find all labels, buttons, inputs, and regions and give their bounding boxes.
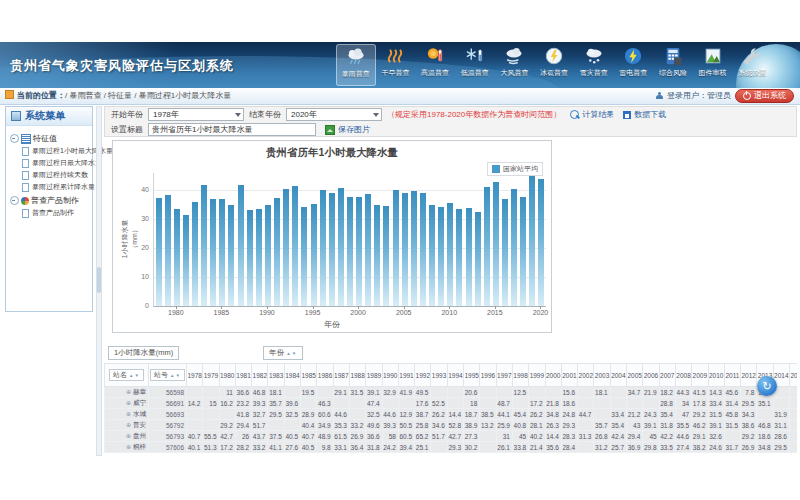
breadcrumb[interactable]: / 暴雨普查 / 特征量 / 暴雨过程1小时最大降水量: [65, 91, 231, 100]
data-download-button[interactable]: 数据下载: [623, 109, 666, 120]
calc-result-button[interactable]: 计算结果: [570, 109, 614, 120]
bar-1980[interactable]: [174, 209, 180, 306]
year-header-1980[interactable]: 1980: [219, 364, 235, 387]
bar-2001[interactable]: [365, 194, 371, 306]
year-header-1987[interactable]: 1987: [333, 364, 349, 387]
bar-1986[interactable]: [228, 205, 234, 306]
year-header-1979[interactable]: 1979: [203, 364, 219, 387]
toolbar-item-2[interactable]: 高温普查: [415, 44, 455, 86]
sidebar-item-0-1[interactable]: 暴雨过程日最大降水量: [22, 158, 90, 168]
year-header-2004[interactable]: 2004: [610, 364, 626, 387]
bar-1990[interactable]: [265, 205, 271, 306]
bar-2008[interactable]: [429, 205, 435, 306]
bar-2009[interactable]: [438, 207, 444, 306]
bar-2003[interactable]: [383, 206, 389, 306]
bar-2016[interactable]: [502, 199, 508, 306]
row-expander-icon[interactable]: ⊕: [126, 422, 131, 428]
bar-1981[interactable]: [183, 215, 189, 306]
bar-2011[interactable]: [456, 209, 462, 306]
sidebar-group-0[interactable]: 特征值: [10, 133, 90, 144]
bar-1987[interactable]: [238, 185, 244, 306]
bar-2013[interactable]: [475, 212, 481, 306]
bar-1985[interactable]: [219, 199, 225, 306]
bar-1994[interactable]: [301, 207, 307, 306]
toolbar-item-0[interactable]: 暴雨普查: [336, 44, 376, 86]
bar-2005[interactable]: [402, 193, 408, 306]
bar-2010[interactable]: [447, 203, 453, 306]
bar-2000[interactable]: [356, 197, 362, 306]
sidebar-splitter[interactable]: [96, 106, 102, 456]
bar-2006[interactable]: [411, 191, 417, 306]
year-header-2006[interactable]: 2006: [643, 364, 659, 387]
year-header-1996[interactable]: 1996: [480, 364, 496, 387]
bar-1993[interactable]: [292, 186, 298, 306]
year-header-2007[interactable]: 2007: [659, 364, 675, 387]
bar-2002[interactable]: [374, 205, 380, 306]
bar-2019[interactable]: [529, 176, 535, 306]
expand-icon[interactable]: [10, 196, 19, 205]
year-header-2009[interactable]: 2009: [692, 364, 708, 387]
year-header-1993[interactable]: 1993: [431, 364, 447, 387]
toolbar-item-5[interactable]: 冰雹普查: [534, 44, 574, 86]
bar-1999[interactable]: [347, 197, 353, 306]
row-expander-icon[interactable]: ⊕: [126, 411, 131, 417]
station-name-header-sort[interactable]: 站名▲▼: [109, 369, 144, 381]
bar-2018[interactable]: [520, 197, 526, 306]
year-header-1999[interactable]: 1999: [529, 364, 545, 387]
year-header-1990[interactable]: 1990: [382, 364, 398, 387]
year-header-1985[interactable]: 1985: [301, 364, 317, 387]
bar-2004[interactable]: [393, 190, 399, 306]
splitter-handle[interactable]: [97, 267, 101, 293]
year-header-1978[interactable]: 1978: [187, 364, 203, 387]
year-header-1994[interactable]: 1994: [447, 364, 463, 387]
bar-1998[interactable]: [338, 188, 344, 306]
chart-title-input[interactable]: [148, 123, 316, 136]
sidebar-item-0-2[interactable]: 暴雨过程持续天数: [22, 170, 90, 180]
logout-button[interactable]: 退出系统: [735, 89, 794, 103]
save-image-button[interactable]: 保存图片: [325, 124, 370, 135]
bar-1982[interactable]: [192, 202, 198, 306]
year-header-2003[interactable]: 2003: [594, 364, 610, 387]
year-header-2012[interactable]: 2012: [741, 364, 757, 387]
year-header-2015[interactable]: 2015: [789, 364, 797, 387]
bar-1997[interactable]: [329, 193, 335, 306]
year-header-1988[interactable]: 1988: [349, 364, 365, 387]
start-year-select[interactable]: 1978年: [148, 108, 244, 121]
year-header-2000[interactable]: 2000: [545, 364, 561, 387]
year-header-2005[interactable]: 2005: [627, 364, 643, 387]
row-expander-icon[interactable]: ⊕: [126, 444, 131, 450]
bar-1984[interactable]: [210, 199, 216, 306]
bar-2017[interactable]: [511, 189, 517, 306]
year-header-2001[interactable]: 2001: [561, 364, 577, 387]
year-header-1995[interactable]: 1995: [464, 364, 480, 387]
bar-1979[interactable]: [165, 195, 171, 306]
pivot-year-chip[interactable]: 年份▲▼: [263, 346, 303, 360]
bar-1978[interactable]: [156, 198, 162, 306]
year-header-1998[interactable]: 1998: [512, 364, 528, 387]
bar-2012[interactable]: [466, 208, 472, 306]
bar-1983[interactable]: [201, 185, 207, 306]
sort-desc-icon[interactable]: ▼: [292, 351, 297, 356]
sidebar-item-0-0[interactable]: 暴雨过程1小时最大降水量: [22, 146, 90, 156]
floating-refresh-button[interactable]: ↻: [757, 376, 777, 396]
year-header-1992[interactable]: 1992: [415, 364, 431, 387]
bar-2007[interactable]: [420, 193, 426, 306]
sidebar-group-1[interactable]: 普查产品制作: [10, 195, 90, 206]
year-header-1986[interactable]: 1986: [317, 364, 333, 387]
bar-2015[interactable]: [493, 182, 499, 306]
bar-2020[interactable]: [538, 179, 544, 306]
sidebar-item-1-0[interactable]: 普查产品制作: [22, 208, 90, 218]
toolbar-item-6[interactable]: 雪灾普查: [574, 44, 614, 86]
bar-1989[interactable]: [256, 209, 262, 306]
year-header-1984[interactable]: 1984: [284, 364, 300, 387]
row-expander-icon[interactable]: ⊕: [126, 400, 131, 406]
measure-chip[interactable]: 1小时降水量(mm): [108, 346, 179, 360]
sidebar-item-0-3[interactable]: 暴雨过程累计降水量: [22, 182, 90, 192]
expand-icon[interactable]: [10, 134, 19, 143]
year-header-1989[interactable]: 1989: [366, 364, 382, 387]
year-header-1981[interactable]: 1981: [235, 364, 251, 387]
toolbar-item-4[interactable]: 大风普查: [495, 44, 535, 86]
year-header-1991[interactable]: 1991: [398, 364, 414, 387]
toolbar-item-3[interactable]: 低温普查: [455, 44, 495, 86]
toolbar-item-8[interactable]: 综合风险: [653, 44, 693, 86]
